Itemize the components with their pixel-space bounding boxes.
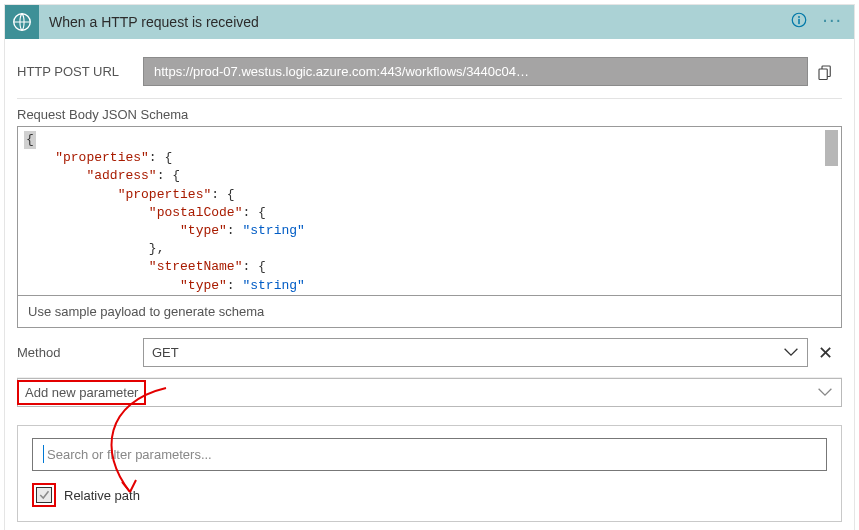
http-post-url-field[interactable]: https://prod-07.westus.logic.azure.com:4… [143,57,808,86]
parameter-option-relative-path[interactable]: Relative path [32,471,827,507]
info-icon[interactable] [790,11,808,33]
relative-path-label: Relative path [64,488,140,503]
trigger-icon [5,5,39,39]
parameter-search-input[interactable]: Search or filter parameters... [32,438,827,471]
svg-point-2 [798,16,800,18]
url-label: HTTP POST URL [17,64,143,79]
json-schema-textarea[interactable]: { "properties": { "address": { "properti… [17,126,842,296]
search-placeholder: Search or filter parameters... [43,447,212,462]
clear-method-button[interactable]: ✕ [808,342,842,364]
schema-label: Request Body JSON Schema [17,99,842,126]
trigger-title: When a HTTP request is received [39,14,790,30]
copy-url-button[interactable] [808,63,842,81]
more-menu-icon[interactable]: ··· [822,9,842,35]
method-label: Method [17,345,143,360]
titlebar: When a HTTP request is received ··· [5,5,854,39]
chevron-down-icon [783,345,799,360]
method-value: GET [152,345,179,360]
relative-path-checkbox[interactable] [36,487,52,503]
add-parameter-label: Add new parameter [25,385,138,400]
svg-rect-3 [799,19,801,24]
add-new-parameter-dropdown[interactable]: Add new parameter [17,378,842,407]
parameter-dropdown-panel: Search or filter parameters... Relative … [17,425,842,522]
svg-rect-5 [819,69,827,80]
use-sample-payload-link[interactable]: Use sample payload to generate schema [17,296,842,328]
chevron-down-icon [817,385,833,400]
method-select[interactable]: GET [143,338,808,367]
scrollbar-thumb[interactable] [825,130,838,166]
